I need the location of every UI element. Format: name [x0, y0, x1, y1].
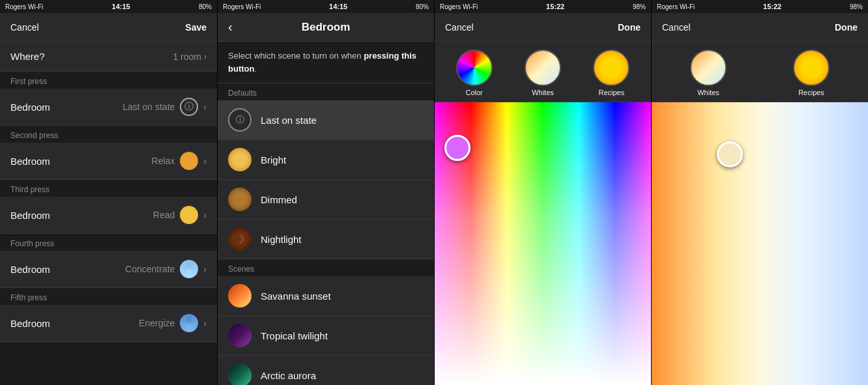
status-bar-panel1: Rogers Wi-Fi 14:15 80%	[0, 0, 217, 13]
tab-recipes[interactable]: Recipes	[593, 50, 629, 96]
nav-bar-panel1: Cancel Save	[0, 13, 217, 42]
done-button-panel3[interactable]: Done	[618, 22, 641, 33]
panel-button-settings: Rogers Wi-Fi 14:15 80% Cancel Save Where…	[0, 0, 217, 385]
third-press-header: Third press	[0, 180, 217, 197]
recipes-icon	[593, 50, 629, 86]
back-button[interactable]: ‹	[228, 20, 233, 35]
bright-icon	[228, 148, 252, 171]
dimmed-label: Dimmed	[261, 194, 297, 205]
chevron-icon: ›	[203, 156, 207, 166]
cancel-button[interactable]: Cancel	[10, 22, 39, 33]
recipes-tab-icon	[793, 50, 830, 86]
whites-gradient	[652, 102, 868, 385]
whites-icon	[525, 50, 561, 86]
panel2-title: Bedroom	[302, 21, 351, 34]
carrier-panel4: Rogers Wi-Fi	[657, 3, 695, 10]
savanna-icon	[228, 284, 252, 307]
chevron-icon: ›	[203, 264, 207, 274]
fourth-press-header: Fourth press	[0, 234, 217, 251]
panel-scene-select: Rogers Wi-Fi 14:15 80% ‹ Bedroom Select …	[217, 0, 434, 385]
second-press-row[interactable]: Bedroom Relax ›	[0, 143, 217, 180]
nightlight-icon: ☽	[228, 227, 252, 251]
whites-tab-icon	[690, 50, 727, 86]
carrier-panel2: Rogers Wi-Fi	[223, 3, 261, 10]
tab-whites[interactable]: Whites	[525, 50, 561, 96]
third-press-row[interactable]: Bedroom Read ›	[0, 197, 217, 234]
status-bar-panel3: Rogers Wi-Fi 15:22 98%	[435, 0, 651, 13]
fourth-press-row[interactable]: Bedroom Concentrate ›	[0, 251, 217, 288]
panel-color-picker: Rogers Wi-Fi 15:22 98% Cancel Done Color…	[434, 0, 651, 385]
chevron-icon: ›	[204, 52, 207, 61]
tab-color-label: Color	[466, 89, 483, 96]
tab-whites-p4[interactable]: Whites	[690, 50, 727, 96]
whites-selector-dot[interactable]	[717, 141, 743, 167]
nightlight-label: Nightlight	[261, 234, 302, 245]
third-press-right: Read ›	[153, 206, 207, 224]
panel-whites-picker: Rogers Wi-Fi 15:22 98% Cancel Done White…	[651, 0, 868, 385]
second-press-right: Relax ›	[152, 152, 207, 170]
bright-label: Bright	[261, 154, 286, 165]
nav-bar-panel3: Cancel Done	[435, 13, 651, 42]
fourth-press-right: Concentrate ›	[125, 260, 207, 278]
battery-panel2: 80%	[416, 3, 429, 10]
arctic-label: Arctic aurora	[261, 370, 316, 381]
where-label: Where?	[10, 51, 45, 62]
last-on-state-label: Last on state	[261, 115, 317, 126]
tropical-label: Tropical twilight	[261, 330, 328, 341]
time-panel4: 15:22	[763, 3, 781, 10]
second-press-header: Second press	[0, 126, 217, 143]
second-press-room: Bedroom	[10, 156, 50, 167]
color-selector-dot[interactable]	[444, 135, 470, 161]
tab-color[interactable]: Color	[456, 50, 493, 96]
fifth-press-room: Bedroom	[10, 318, 50, 329]
tab-whites-p4-label: Whites	[697, 89, 719, 96]
first-press-room: Bedroom	[10, 102, 50, 113]
nav-bar-panel2: ‹ Bedroom	[218, 13, 434, 42]
scene-item-arctic[interactable]: Arctic aurora	[218, 356, 434, 385]
scene-item-nightlight[interactable]: ☽ Nightlight	[218, 220, 434, 259]
where-value: 1 room ›	[173, 51, 207, 62]
color-picker-area[interactable]	[435, 102, 651, 385]
third-press-icon	[180, 206, 198, 224]
tab-whites-label: Whites	[532, 89, 554, 96]
defaults-label: Defaults	[218, 83, 434, 100]
second-press-icon	[180, 152, 198, 170]
cancel-button-panel3[interactable]: Cancel	[445, 22, 474, 33]
savanna-label: Savanna sunset	[261, 291, 331, 302]
scene-item-savanna[interactable]: Savanna sunset	[218, 276, 434, 316]
color-tabs: Color Whites Recipes	[435, 42, 651, 102]
color-wheel-icon	[456, 50, 493, 86]
battery-panel1: 80%	[199, 3, 212, 10]
first-press-row[interactable]: Bedroom Last on state ⓘ ›	[0, 89, 217, 126]
whites-picker-area[interactable]	[652, 102, 868, 385]
time-panel2: 14:15	[329, 3, 347, 10]
panel2-description: Select which scene to turn on when press…	[218, 42, 434, 83]
fifth-press-row[interactable]: Bedroom Energize ›	[0, 305, 217, 342]
third-press-room: Bedroom	[10, 210, 50, 221]
status-bar-panel2: Rogers Wi-Fi 14:15 80%	[218, 0, 434, 13]
tab-recipes-p4[interactable]: Recipes	[793, 50, 830, 96]
last-on-state-icon: ⓘ	[228, 108, 252, 132]
done-button-panel4[interactable]: Done	[835, 22, 858, 33]
chevron-icon: ›	[203, 102, 207, 112]
nav-bar-panel4: Cancel Done	[652, 13, 868, 42]
where-row[interactable]: Where? 1 room ›	[0, 42, 217, 72]
chevron-icon: ›	[203, 210, 207, 220]
cancel-button-panel4[interactable]: Cancel	[662, 22, 691, 33]
time-panel1: 14:15	[112, 3, 130, 10]
carrier-panel1: Rogers Wi-Fi	[5, 3, 43, 10]
whites-tabs: Whites Recipes	[652, 42, 868, 102]
fourth-press-room: Bedroom	[10, 264, 50, 275]
first-press-right: Last on state ⓘ ›	[123, 98, 207, 116]
scene-item-bright[interactable]: Bright	[218, 140, 434, 180]
tab-recipes-label: Recipes	[598, 89, 624, 96]
chevron-icon: ›	[203, 318, 207, 328]
scene-item-dimmed[interactable]: Dimmed	[218, 180, 434, 220]
scene-item-tropical[interactable]: Tropical twilight	[218, 316, 434, 356]
panel1-content: Where? 1 room › First press Bedroom Last…	[0, 42, 217, 385]
fourth-press-icon	[180, 260, 198, 278]
battery-panel4: 98%	[850, 3, 863, 10]
save-button[interactable]: Save	[185, 22, 207, 33]
tropical-icon	[228, 324, 252, 347]
scene-item-last-on-state[interactable]: ⓘ Last on state	[218, 100, 434, 140]
